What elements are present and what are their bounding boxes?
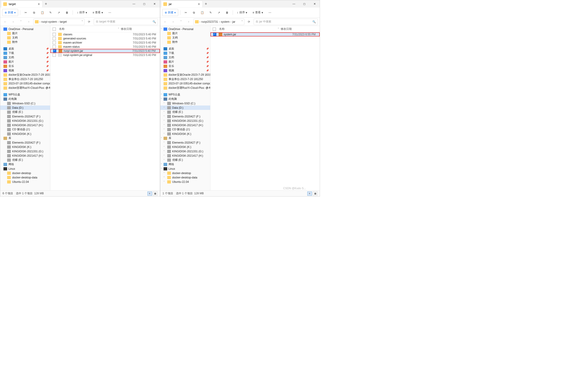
delete-icon[interactable]: 🗑: [224, 10, 231, 16]
close-button[interactable]: ✕: [309, 0, 320, 8]
sidebar-item[interactable]: docker安装Oracle-2023-7-29 163134: [0, 73, 50, 77]
sidebar-item[interactable]: 音乐📌: [160, 64, 210, 68]
sidebar-item-onedrive[interactable]: ˅OneDrive - Personal: [160, 27, 210, 31]
close-button[interactable]: ✕: [149, 0, 160, 8]
forward-button[interactable]: →: [170, 19, 176, 25]
new-tab-button[interactable]: +: [43, 2, 49, 6]
sidebar-item[interactable]: 桌面📌: [160, 47, 210, 51]
breadcrumb[interactable]: › ruoyi2023731 › system › jar ˅: [193, 19, 245, 25]
file-row[interactable]: maven-archiver7/31/2023 5:40 PM: [50, 41, 160, 45]
sidebar-item-pc[interactable]: 此电脑: [0, 97, 50, 101]
file-row[interactable]: classes7/31/2023 5:40 PM: [50, 32, 160, 36]
maximize-button[interactable]: ◻: [299, 0, 309, 8]
copy-icon[interactable]: ⧉: [190, 10, 198, 16]
sidebar-item-drive[interactable]: CD 驱动器 (J:): [0, 127, 50, 132]
paste-icon[interactable]: 📋: [39, 10, 46, 16]
back-button[interactable]: ←: [162, 19, 169, 25]
paste-icon[interactable]: 📋: [199, 10, 206, 16]
cut-icon[interactable]: ✂: [22, 10, 29, 16]
sidebar-item[interactable]: 事业单位-2023-7-20 181250: [160, 77, 210, 81]
cut-icon[interactable]: ✂: [182, 10, 190, 16]
sidebar-item[interactable]: KINGIDISK (K:): [0, 145, 50, 149]
sidebar-item[interactable]: ˃KINGIDISK-2021331 (G:): [160, 149, 210, 153]
icons-view-button[interactable]: ▦: [313, 192, 317, 196]
sidebar-item[interactable]: 音乐📌: [0, 64, 50, 68]
file-row[interactable]: maven-status7/31/2023 5:40 PM: [50, 45, 160, 49]
close-icon[interactable]: ✕: [197, 2, 200, 6]
checkbox[interactable]: [53, 49, 56, 52]
sidebar-item[interactable]: 下载📌: [160, 51, 210, 55]
chevron-down-icon[interactable]: ˅: [82, 20, 83, 23]
sidebar-item[interactable]: ˃KINGIDISK (K:): [160, 145, 210, 149]
delete-icon[interactable]: 🗑: [63, 10, 71, 16]
sidebar-item-drive[interactable]: Data (D:): [0, 106, 50, 110]
sidebar-item-pc[interactable]: ˅此电脑: [160, 97, 210, 101]
sidebar-item[interactable]: ˃Ubuntu-22.04: [160, 180, 210, 184]
forward-button[interactable]: →: [10, 19, 16, 25]
sidebar-item[interactable]: ˃优蝶 (E:): [160, 158, 210, 162]
checkbox[interactable]: [52, 37, 56, 40]
sidebar-item-lib[interactable]: ˃库: [160, 136, 210, 140]
checkbox[interactable]: [52, 53, 56, 57]
search-input[interactable]: 在 target 中搜索 🔍: [94, 19, 158, 25]
sidebar-item[interactable]: docker-desktop-data: [0, 175, 50, 180]
sidebar-item-linux[interactable]: ˅Linux: [160, 167, 210, 171]
sidebar-item[interactable]: ˃Elements-2020427 (F:): [160, 140, 210, 145]
share-icon[interactable]: ↗: [215, 10, 223, 16]
more-icon[interactable]: ⋯: [106, 10, 113, 16]
breadcrumb-item[interactable]: ruoyi2023731: [201, 20, 218, 23]
sidebar[interactable]: OneDrive - Personal图片文档附件桌面📌下载📌文档📌图片📌音乐📌…: [0, 26, 50, 190]
column-date[interactable]: 修改日期: [281, 27, 317, 31]
sidebar-item-drive[interactable]: ˃Data (D:): [160, 106, 210, 110]
select-all-checkbox[interactable]: [213, 27, 216, 31]
sidebar-item-onedrive[interactable]: OneDrive - Personal: [0, 27, 50, 31]
sidebar-item[interactable]: docker部署RuoYi-Cloud-Plus -参考docl: [160, 86, 210, 90]
sidebar-item-drive[interactable]: ˃Elements-2020427 (F:): [160, 114, 210, 119]
file-row[interactable]: system.jar7/31/2023 6:55 PM: [210, 32, 320, 36]
sidebar-item[interactable]: docker部署RuoYi-Cloud-Plus -参考docl: [0, 86, 50, 90]
sidebar-item[interactable]: 文档📌: [160, 55, 210, 60]
checkbox[interactable]: [213, 33, 216, 36]
sidebar-item-lib[interactable]: 库: [0, 136, 50, 140]
sidebar-item[interactable]: 优蝶 (E:): [0, 158, 50, 162]
file-row[interactable]: ruoyi-system.jar.original7/31/2023 5:40 …: [50, 53, 160, 57]
file-row[interactable]: generated-sources7/31/2023 5:40 PM: [50, 36, 160, 41]
rename-icon[interactable]: ✎: [207, 10, 214, 16]
rename-icon[interactable]: ✎: [47, 10, 54, 16]
chevron-down-icon[interactable]: ˅: [242, 20, 243, 23]
sidebar-item[interactable]: 下载📌: [0, 51, 50, 55]
sidebar-item[interactable]: 图片📌: [160, 60, 210, 64]
sidebar-item[interactable]: 桌面📌: [0, 47, 50, 51]
file-list[interactable]: system.jar7/31/2023 6:55 PM: [210, 32, 320, 190]
refresh-button[interactable]: ⟳: [86, 19, 92, 25]
sidebar-item-drive[interactable]: ˃优蝶 (E:): [160, 110, 210, 114]
breadcrumb-item[interactable]: jar: [232, 20, 235, 23]
sidebar-item-drive[interactable]: Windows-SSD (C:): [0, 101, 50, 106]
up-button[interactable]: ↑: [186, 19, 192, 25]
sidebar-item[interactable]: 事业单位-2023-7-20 181250: [0, 77, 50, 81]
tab[interactable]: jar ✕: [161, 0, 203, 7]
copy-icon[interactable]: ⧉: [30, 10, 38, 16]
file-list[interactable]: classes7/31/2023 5:40 PMgenerated-source…: [50, 32, 160, 190]
maximize-button[interactable]: ◻: [139, 0, 149, 8]
sidebar-item-drive[interactable]: ˃KINGIDISK-2021331 (G:): [160, 119, 210, 123]
file-row[interactable]: ruoyi-system.jar7/31/2023 5:40 PM: [50, 49, 160, 53]
sidebar-item-linux[interactable]: Linux: [0, 167, 50, 171]
breadcrumb-item[interactable]: ruoyi-system: [41, 20, 57, 23]
more-icon[interactable]: ⋯: [266, 10, 274, 16]
column-name[interactable]: 名称: [58, 27, 116, 31]
sidebar-item-net[interactable]: 网络: [0, 162, 50, 167]
sidebar-item[interactable]: KINGIDISK-2021331 (G:): [0, 149, 50, 153]
select-all-checkbox[interactable]: [52, 27, 56, 31]
sidebar-item-wps[interactable]: WPS云盘: [0, 92, 50, 97]
breadcrumb-item[interactable]: target: [60, 20, 67, 23]
sidebar-item[interactable]: 图片: [0, 31, 50, 35]
sort-button[interactable]: ↕ 排序 ▾: [235, 9, 250, 16]
chevron-down-icon[interactable]: ˅: [18, 19, 24, 25]
sidebar-item[interactable]: 视频📌: [160, 68, 210, 73]
sidebar-item[interactable]: 2023-07-18 035145-docker compose部: [0, 81, 50, 86]
new-button[interactable]: ⊕ 新建 ▾: [162, 9, 178, 16]
sidebar-item[interactable]: ˃docker-desktop-data: [160, 175, 210, 180]
refresh-button[interactable]: ⟳: [246, 19, 252, 25]
details-view-button[interactable]: ≡: [147, 192, 152, 196]
